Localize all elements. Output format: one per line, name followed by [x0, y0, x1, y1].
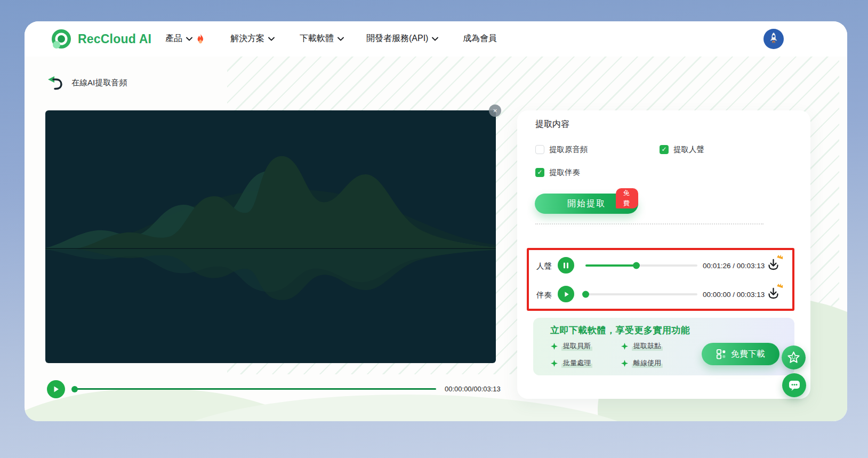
- promo-title: 立即下載軟體，享受更多實用功能: [550, 324, 690, 336]
- track-row-vocals: 人聲 00:01:26 / 00:03:13: [529, 252, 792, 280]
- checkbox-unchecked[interactable]: [535, 145, 544, 154]
- nav-item-developer-api[interactable]: 開發者服務(API): [366, 33, 438, 44]
- chat-bubble-icon: [788, 380, 801, 391]
- nav-item-download[interactable]: 下載軟體: [300, 33, 344, 44]
- nav-label: 解決方案: [230, 33, 264, 44]
- free-download-label: 免費下載: [731, 349, 765, 360]
- feature-label: 提取鼓點: [632, 341, 663, 351]
- main-play-button[interactable]: [47, 380, 65, 398]
- checkbox-label: 提取原音頻: [549, 144, 588, 155]
- pause-vocals-button[interactable]: [558, 257, 574, 274]
- slider-thumb[interactable]: [71, 386, 78, 392]
- sparkle-icon: [551, 360, 558, 367]
- free-download-button[interactable]: 免費下載: [702, 343, 779, 365]
- main-card: RecCloud AI 產品 解決方案 下載軟體: [25, 21, 847, 421]
- sparkle-icon: [551, 343, 558, 350]
- nav-label: 下載軟體: [300, 33, 334, 44]
- play-accompaniment-button[interactable]: [558, 286, 574, 302]
- nav-item-products[interactable]: 產品: [165, 33, 205, 44]
- feature-batch-processing: 批量處理: [551, 358, 592, 368]
- download-app-promo: 立即下載軟體，享受更多實用功能 提取貝斯 提取鼓點 批量處理: [533, 318, 794, 375]
- app-grid-icon: [716, 349, 727, 359]
- nav-item-solutions[interactable]: 解決方案: [230, 33, 275, 44]
- checkbox-extract-original[interactable]: 提取原音頻: [535, 144, 588, 155]
- feedback-star-button[interactable]: [782, 345, 806, 369]
- track-label: 伴奏: [536, 290, 552, 300]
- download-icon: [767, 287, 780, 300]
- user-avatar[interactable]: [763, 29, 784, 49]
- checkbox-label: 提取伴奏: [549, 167, 580, 178]
- main-time-display: 00:00:00/00:03:13: [445, 385, 501, 393]
- logo[interactable]: RecCloud AI: [51, 29, 151, 49]
- download-vocals-button[interactable]: [765, 258, 781, 274]
- feature-offline-use: 離線使用: [621, 358, 663, 368]
- sparkle-icon: [621, 360, 628, 367]
- chevron-down-icon: [337, 37, 344, 41]
- nav-label: 成為會員: [463, 33, 497, 44]
- feature-label: 離線使用: [632, 358, 663, 368]
- free-badge: 免費: [616, 188, 638, 208]
- feature-label: 提取貝斯: [561, 341, 592, 351]
- main-progress-slider[interactable]: [75, 388, 436, 390]
- start-extract-button[interactable]: 開始提取 免費: [535, 194, 638, 214]
- slider-thumb[interactable]: [633, 262, 640, 269]
- page-title: 在線AI提取音頻: [71, 78, 127, 88]
- sparkle-icon: [621, 343, 628, 350]
- nav-label: 產品: [165, 33, 182, 44]
- progress-fill: [585, 264, 636, 267]
- rocket-icon: [767, 32, 780, 46]
- star-face-icon: [786, 350, 801, 365]
- checkbox-checked[interactable]: [660, 145, 669, 154]
- chevron-down-icon: [268, 37, 275, 41]
- back-arrow-icon[interactable]: [47, 76, 64, 90]
- top-navbar: RecCloud AI 產品 解決方案 下載軟體: [25, 21, 847, 57]
- feature-extract-bass: 提取貝斯: [551, 341, 592, 351]
- accompaniment-progress-slider[interactable]: [585, 293, 697, 295]
- feature-extract-drums: 提取鼓點: [621, 341, 663, 351]
- checkbox-extract-vocals[interactable]: 提取人聲: [660, 144, 704, 155]
- results-highlight-box: 人聲 00:01:26 / 00:03:13: [527, 248, 794, 311]
- nav-label: 開發者服務(API): [366, 33, 428, 44]
- nav-item-membership[interactable]: 成為會員: [463, 33, 497, 44]
- checkbox-extract-accompaniment[interactable]: 提取伴奏: [535, 167, 580, 178]
- track-row-accompaniment: 伴奏 00:00:00 / 00:03:13: [529, 280, 792, 309]
- track-time: 00:00:00 / 00:03:13: [703, 291, 765, 299]
- chat-support-button[interactable]: [782, 373, 806, 397]
- start-extract-label: 開始提取: [567, 199, 606, 208]
- track-label: 人聲: [536, 261, 552, 271]
- play-icon: [563, 291, 569, 298]
- chevron-down-icon: [432, 37, 438, 41]
- page: RecCloud AI 產品 解決方案 下載軟體: [0, 0, 868, 458]
- download-icon: [767, 258, 780, 271]
- extract-panel: 提取内容 提取原音頻 提取人聲 提取伴奏 開始提取 免費 人聲: [517, 110, 810, 399]
- pause-icon: [563, 262, 569, 269]
- track-time: 00:01:26 / 00:03:13: [703, 262, 765, 270]
- breadcrumb: 在線AI提取音頻: [47, 76, 127, 90]
- panel-title: 提取内容: [535, 119, 569, 130]
- chevron-down-icon: [186, 37, 192, 41]
- vocals-progress-slider[interactable]: [585, 264, 697, 267]
- audio-waveform: [45, 110, 496, 363]
- logo-text: RecCloud AI: [78, 32, 151, 46]
- reccloud-logo-icon: [51, 29, 71, 49]
- dotted-divider: [535, 223, 763, 224]
- play-icon: [52, 385, 60, 393]
- checkbox-label: 提取人聲: [673, 144, 704, 155]
- fire-icon: [196, 34, 205, 44]
- close-video-button[interactable]: ×: [489, 105, 501, 117]
- feature-label: 批量處理: [561, 358, 592, 368]
- video-preview: [45, 110, 496, 363]
- download-accompaniment-button[interactable]: [765, 286, 781, 302]
- checkbox-checked[interactable]: [535, 168, 544, 177]
- slider-thumb[interactable]: [582, 291, 589, 298]
